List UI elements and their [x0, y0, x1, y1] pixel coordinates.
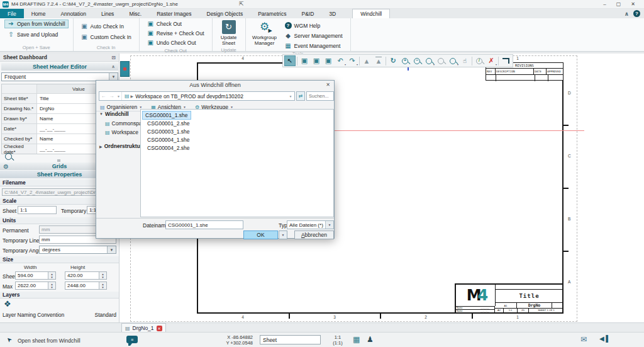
stepper-arrows-icon[interactable]: ▲▼ [99, 272, 106, 279]
collapse-ribbon-icon[interactable]: ∧ [625, 11, 629, 17]
tree-item-workspace[interactable]: ▤ Workspace [105, 129, 138, 135]
tab-lines[interactable]: Lines [94, 9, 121, 18]
update-sheet-icon: ↻ [222, 20, 236, 34]
zoom-selected-button[interactable]: / [474, 55, 485, 66]
open-from-windchill-button[interactable]: ➔ Open from Windchill [4, 20, 69, 28]
mail-icon[interactable]: ✉ [580, 335, 587, 344]
sheet-header-editor-header[interactable]: Sheet Header Editor ∧ [1, 63, 118, 71]
revise-check-out-button[interactable]: ▣ Revise + Check Out [144, 29, 208, 38]
ok-split-chevron-icon[interactable]: ▼ [279, 230, 287, 239]
collapse-section-icon[interactable]: ∧ [111, 64, 115, 69]
server-management-button[interactable]: ◆ Server Management [282, 31, 346, 40]
undo-check-out-button[interactable]: ▣ Undo Check Out [144, 38, 208, 47]
undo-button[interactable]: ↶▾ [335, 55, 346, 66]
delete-button[interactable]: ✗▾ [486, 55, 497, 66]
mode-input[interactable] [260, 336, 320, 344]
pin-icon[interactable]: ⊡ [111, 55, 116, 60]
tab-raster-images[interactable]: Raster Images [149, 9, 199, 18]
select-tool-button[interactable]: ↖ [284, 55, 296, 66]
breadcrumb[interactable]: Workspace on TB_PROD auf devpdm130202 [135, 93, 287, 100]
frame-tool-button[interactable] [500, 55, 511, 66]
redraw-button[interactable]: ↻ [387, 55, 399, 66]
tab-misc[interactable]: Misc. [121, 9, 149, 18]
restore-button[interactable]: ▢ [616, 1, 621, 7]
help-icon[interactable]: ? [633, 10, 640, 17]
max-height-stepper[interactable]: 2448.00 ▲▼ [65, 282, 107, 290]
zoom-previous-button[interactable] [435, 55, 447, 66]
tab-design-objects[interactable]: Design Objects [199, 9, 251, 18]
user-icon[interactable]: ♟ [367, 335, 374, 344]
file-item[interactable]: CSG00001_2.she [145, 120, 192, 127]
history-chevron-icon[interactable]: ▼ [116, 92, 122, 100]
layers-icon[interactable]: ❖ [4, 299, 11, 309]
file-item[interactable]: CSG00004_1.she [145, 136, 192, 144]
close-button[interactable]: ✕ [631, 1, 635, 7]
pan-button[interactable]: ☝ [459, 55, 470, 66]
tab-annotation[interactable]: Annotation [53, 9, 94, 18]
forward-icon[interactable]: → [108, 93, 116, 99]
move-top-button[interactable]: ▲ [373, 55, 384, 66]
stepper-arrows-icon[interactable]: ▲▼ [48, 272, 55, 279]
tree-item-ordnerstruktur[interactable]: ▶ Ordnerstruktur [99, 143, 142, 149]
tree-item-windchill[interactable]: ▼ Windchill [99, 111, 129, 117]
sheet-close-icon[interactable]: ✕ [157, 326, 162, 331]
address-bar[interactable]: ← → ▼ ▤ ▶ Workspace on TB_PROD auf devpd… [99, 91, 295, 101]
max-width-stepper[interactable]: 2622.00 ▲▼ [15, 282, 56, 290]
update-sheet-button[interactable]: ↻ Update Sheet [217, 20, 241, 47]
temporary-angular-select[interactable]: degrees ▼ [39, 246, 116, 254]
dashboard-handle-icon[interactable] [120, 61, 130, 77]
resize-grip[interactable] [57, 159, 60, 162]
tab-file[interactable]: File [0, 9, 24, 18]
tree-collapsed-icon[interactable]: ▶ [99, 144, 103, 149]
zoom-window-button[interactable]: ▾ [423, 55, 435, 66]
stepper-arrows-icon[interactable]: ▲▼ [48, 282, 55, 289]
save-copy-button[interactable]: ▣ [311, 55, 322, 66]
redo-button[interactable]: ↷▾ [347, 55, 358, 66]
move-up-button[interactable]: ▲ [361, 55, 372, 66]
back-icon[interactable]: ← [99, 93, 108, 99]
workgroup-manager-button[interactable]: ⚙▶ Workgroup Manager [250, 20, 279, 50]
move-up-icon: ▲ [364, 57, 370, 65]
search-box[interactable] [306, 91, 334, 101]
sheet-tab-drgno1[interactable]: ▤ DrgNo_1 ✕ [121, 323, 166, 333]
tab-parametrics[interactable]: Parametrics [250, 9, 294, 18]
cancel-button[interactable]: Abbrechen [294, 230, 334, 239]
file-item[interactable]: CSG00004_2.she [145, 144, 192, 152]
auto-check-in-button[interactable]: ▣ Auto Check In [78, 22, 135, 31]
tab-windchill[interactable]: Windchill [352, 9, 390, 18]
collapse-panel-icon[interactable]: ◀▐ [599, 335, 608, 342]
wgm-help-button[interactable]: ? WGM Help [282, 21, 346, 30]
tab-home[interactable]: Home [24, 9, 53, 18]
tab-3d[interactable]: 3D [321, 9, 343, 18]
workgroup-manager-icon: ⚙▶ [258, 20, 272, 34]
dialog-close-icon[interactable]: ✕ [326, 82, 330, 88]
sheet-height-stepper[interactable]: 420.00 ▲▼ [65, 271, 107, 280]
sheet-scale-field[interactable]: 1:1 [18, 206, 57, 214]
minimize-button[interactable]: – [603, 1, 606, 7]
file-type-select[interactable]: Alle Dateien (*) ▼ [287, 220, 334, 229]
file-item[interactable]: CSG00003_1.she [145, 128, 192, 135]
grid-pick-icon[interactable]: ▦ [353, 335, 360, 344]
zoom-out-button[interactable]: − [411, 55, 423, 66]
save-button[interactable]: ▣ [299, 55, 310, 66]
sheet-width-stepper[interactable]: 594.00 ▲▼ [15, 271, 56, 280]
zoom-in-button[interactable]: + [399, 55, 411, 66]
zoom-extents-button[interactable]: ▾ [447, 55, 458, 66]
stepper-arrows-icon[interactable]: ▲▼ [99, 282, 106, 289]
filename-input[interactable] [166, 221, 243, 229]
organize-menu[interactable]: ▤ Organisieren ▼ [100, 104, 142, 110]
search-input[interactable] [307, 92, 333, 100]
search-icon[interactable] [5, 153, 12, 160]
tab-pid[interactable]: P&ID [294, 9, 321, 18]
file-item-selected[interactable]: CSG00001_1.she [142, 111, 191, 120]
message-bubble-icon[interactable]: ≡ [126, 336, 138, 343]
save-and-upload-button[interactable]: ⇧ Save and Upload [4, 30, 69, 39]
save-all-button[interactable]: ▣ [323, 55, 334, 66]
tree-expanded-icon[interactable]: ▼ [99, 112, 103, 116]
event-management-button[interactable]: ▦ Event Management [282, 42, 346, 50]
refresh-button[interactable]: ⇄ [296, 91, 305, 101]
custom-check-in-button[interactable]: ▣ Custom Check In [78, 33, 135, 42]
ok-button[interactable]: OK [243, 230, 278, 239]
address-chevron-icon[interactable]: ▼ [287, 94, 294, 98]
check-out-button[interactable]: ▣ Check Out [144, 20, 208, 28]
